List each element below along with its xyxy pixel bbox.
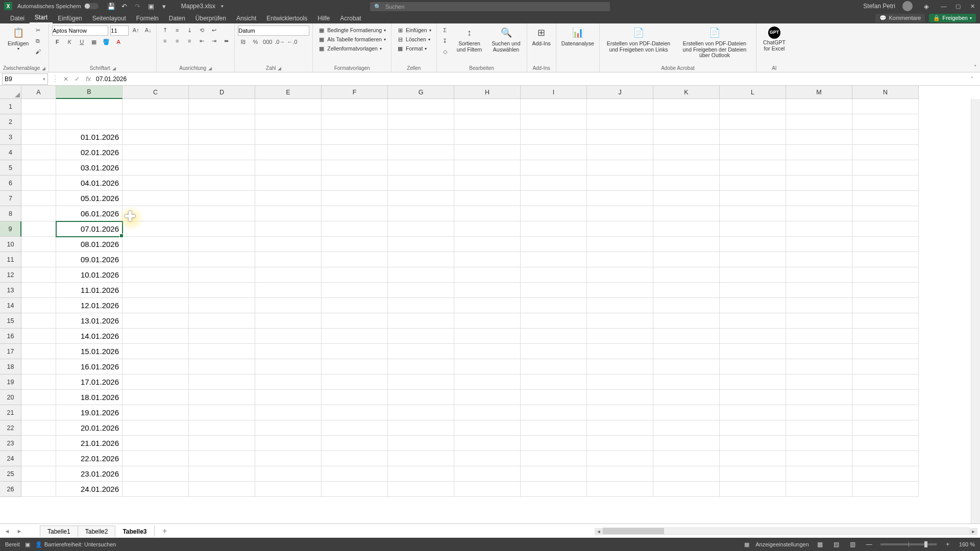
cell-M18[interactable] bbox=[786, 359, 852, 374]
cell-I19[interactable] bbox=[521, 374, 587, 390]
cell-B26[interactable]: 24.01.2026 bbox=[56, 482, 122, 497]
cell-G9[interactable] bbox=[388, 221, 454, 237]
cell-G6[interactable] bbox=[388, 176, 454, 191]
column-header-N[interactable]: N bbox=[852, 86, 919, 99]
cell-E18[interactable] bbox=[255, 359, 322, 374]
row-header-6[interactable]: 6 bbox=[0, 176, 21, 191]
cell-F22[interactable] bbox=[322, 420, 388, 436]
cell-I24[interactable] bbox=[521, 451, 587, 466]
font-launcher-icon[interactable]: ◢ bbox=[112, 66, 116, 71]
cell-D15[interactable] bbox=[189, 313, 255, 329]
collapse-ribbon-icon[interactable]: ˅ bbox=[974, 64, 977, 71]
cell-C12[interactable] bbox=[122, 267, 189, 283]
cell-H13[interactable] bbox=[454, 283, 521, 298]
cell-L8[interactable] bbox=[720, 206, 786, 221]
cell-C2[interactable] bbox=[122, 114, 189, 130]
cell-C17[interactable] bbox=[122, 344, 189, 359]
hscroll-left-icon[interactable]: ◄ bbox=[595, 528, 603, 535]
cell-F25[interactable] bbox=[322, 466, 388, 482]
cell-B24[interactable]: 22.01.2026 bbox=[56, 451, 122, 466]
chatgpt-button[interactable]: GPTChatGPT for Excel bbox=[760, 26, 789, 53]
row-header-17[interactable]: 17 bbox=[0, 344, 21, 359]
save-icon[interactable]: 💾 bbox=[107, 2, 116, 11]
format-cells-button[interactable]: ▦Format▾ bbox=[395, 44, 433, 53]
cell-C1[interactable] bbox=[122, 99, 189, 114]
cell-D18[interactable] bbox=[189, 359, 255, 374]
cell-N20[interactable] bbox=[852, 390, 919, 405]
cell-A25[interactable] bbox=[21, 466, 56, 482]
font-name-select[interactable] bbox=[52, 26, 108, 36]
cut-icon[interactable]: ✂ bbox=[33, 26, 43, 35]
comments-button[interactable]: 💬Kommentare bbox=[875, 14, 925, 22]
cell-styles-button[interactable]: ▦Zellenformatvorlagen▾ bbox=[316, 44, 388, 53]
cell-K18[interactable] bbox=[653, 359, 720, 374]
cell-N4[interactable] bbox=[852, 145, 919, 160]
cell-F16[interactable] bbox=[322, 329, 388, 344]
cell-D13[interactable] bbox=[189, 283, 255, 298]
cell-B18[interactable]: 16.01.2026 bbox=[56, 359, 122, 374]
autosum-icon[interactable]: Σ bbox=[440, 26, 450, 35]
row-header-16[interactable]: 16 bbox=[0, 329, 21, 344]
cell-A14[interactable] bbox=[21, 298, 56, 313]
cell-C14[interactable] bbox=[122, 298, 189, 313]
cell-D10[interactable] bbox=[189, 237, 255, 252]
zoom-level[interactable]: 160 % bbox=[959, 541, 975, 547]
cell-J26[interactable] bbox=[587, 482, 653, 497]
cell-D22[interactable] bbox=[189, 420, 255, 436]
cell-B1[interactable] bbox=[56, 99, 122, 114]
cell-N22[interactable] bbox=[852, 420, 919, 436]
row-header-1[interactable]: 1 bbox=[0, 99, 21, 114]
alignment-launcher-icon[interactable]: ◢ bbox=[208, 66, 212, 71]
cell-K9[interactable] bbox=[653, 221, 720, 237]
cancel-formula-icon[interactable]: ✕ bbox=[61, 74, 70, 84]
cell-B23[interactable]: 21.01.2026 bbox=[56, 436, 122, 451]
cell-C3[interactable] bbox=[122, 130, 189, 145]
chevron-down-icon[interactable]: ▾ bbox=[43, 77, 45, 82]
cell-C15[interactable] bbox=[122, 313, 189, 329]
cell-C6[interactable] bbox=[122, 176, 189, 191]
cell-K26[interactable] bbox=[653, 482, 720, 497]
cell-H8[interactable] bbox=[454, 206, 521, 221]
cell-D5[interactable] bbox=[189, 160, 255, 176]
cell-K21[interactable] bbox=[653, 405, 720, 420]
cell-K24[interactable] bbox=[653, 451, 720, 466]
cell-G25[interactable] bbox=[388, 466, 454, 482]
underline-button[interactable]: U bbox=[77, 37, 87, 46]
cell-D7[interactable] bbox=[189, 191, 255, 206]
cell-G1[interactable] bbox=[388, 99, 454, 114]
cell-K4[interactable] bbox=[653, 145, 720, 160]
row-header-5[interactable]: 5 bbox=[0, 160, 21, 176]
cell-D19[interactable] bbox=[189, 374, 255, 390]
sheet-nav-prev-icon[interactable]: ◄ bbox=[2, 526, 12, 536]
cell-I20[interactable] bbox=[521, 390, 587, 405]
tab-review[interactable]: Überprüfen bbox=[190, 13, 231, 23]
cell-N3[interactable] bbox=[852, 130, 919, 145]
cell-N11[interactable] bbox=[852, 252, 919, 267]
delete-cells-button[interactable]: ⊟Löschen▾ bbox=[395, 35, 433, 44]
cell-A21[interactable] bbox=[21, 405, 56, 420]
cell-H19[interactable] bbox=[454, 374, 521, 390]
cell-B3[interactable]: 01.01.2026 bbox=[56, 130, 122, 145]
cell-C21[interactable] bbox=[122, 405, 189, 420]
bold-button[interactable]: F bbox=[52, 37, 62, 46]
cell-L21[interactable] bbox=[720, 405, 786, 420]
cell-H12[interactable] bbox=[454, 267, 521, 283]
status-rec-icon[interactable]: ▣ bbox=[25, 541, 30, 548]
cell-E7[interactable] bbox=[255, 191, 322, 206]
cell-F21[interactable] bbox=[322, 405, 388, 420]
cell-B8[interactable]: 06.01.2026 bbox=[56, 206, 122, 221]
cell-E17[interactable] bbox=[255, 344, 322, 359]
cell-B4[interactable]: 02.01.2026 bbox=[56, 145, 122, 160]
cell-M23[interactable] bbox=[786, 436, 852, 451]
align-center-icon[interactable]: ≡ bbox=[172, 36, 182, 45]
cell-C9[interactable] bbox=[122, 221, 189, 237]
cell-B6[interactable]: 04.01.2026 bbox=[56, 176, 122, 191]
cell-C13[interactable] bbox=[122, 283, 189, 298]
cell-M21[interactable] bbox=[786, 405, 852, 420]
cell-G24[interactable] bbox=[388, 451, 454, 466]
row-header-19[interactable]: 19 bbox=[0, 374, 21, 390]
cell-I6[interactable] bbox=[521, 176, 587, 191]
cell-K15[interactable] bbox=[653, 313, 720, 329]
cell-N8[interactable] bbox=[852, 206, 919, 221]
cell-I5[interactable] bbox=[521, 160, 587, 176]
